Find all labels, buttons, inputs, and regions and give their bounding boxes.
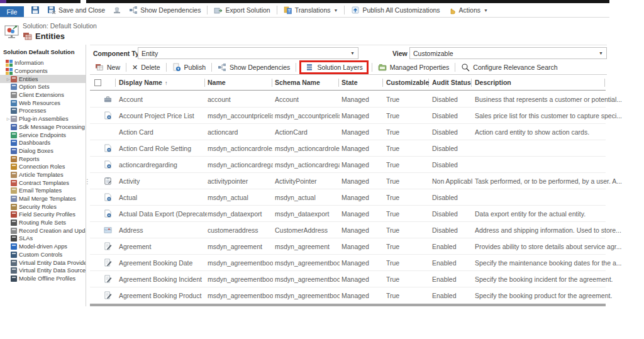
sidebar-item-mail-merge-templates[interactable]: Mail Merge Templates [0, 195, 86, 203]
sidebar-item-contract-templates[interactable]: Contract Templates [0, 179, 86, 187]
table-row[interactable]: Actual Data Export (Deprecated)msdyn_dat… [90, 206, 606, 222]
column-header-state[interactable]: State [341, 79, 358, 86]
cell-description: Provides ability to store details about … [475, 243, 621, 250]
table-row[interactable]: Action CardactioncardActionCardManagedTr… [90, 124, 606, 140]
cell-audit-status: Enabled [432, 275, 472, 283]
show-dependencies-button[interactable]: Show Dependencies [126, 4, 204, 16]
sidebar-item-field-security-profiles[interactable]: Field Security Profiles [0, 211, 86, 219]
sidebar-item-model-driven-apps[interactable]: Model-driven Apps [0, 243, 86, 251]
sidebar-item-processes[interactable]: Processes [0, 107, 86, 115]
horizontal-scrollbar[interactable] [90, 304, 606, 306]
column-header-name[interactable]: Name [208, 79, 226, 86]
sidebar-item-service-endpoints[interactable]: Service Endpoints [0, 131, 86, 139]
solution-layers-button[interactable]: Solution Layers [299, 60, 368, 74]
delete-button[interactable]: ✕Delete [128, 62, 164, 72]
save-button[interactable] [28, 4, 43, 16]
solution-label: Solution: Default Solution [23, 22, 97, 30]
sidebar-item-connection-roles[interactable]: Connection Roles [0, 163, 86, 171]
cell-schema-name: msdyn_agreementboo... [275, 292, 340, 299]
sidebar-item-label: Routing Rule Sets [19, 220, 66, 226]
cell-display-name: Account Project Price List [119, 112, 207, 119]
sidebar-item-option-sets[interactable]: Option Sets [0, 83, 86, 91]
sidebar-item-custom-controls[interactable]: Custom Controls [0, 251, 86, 259]
entity-type-icon [104, 258, 112, 267]
table-row[interactable]: AddresscustomeraddressCustomerAddressMan… [90, 222, 606, 238]
sidebar-item-routing-rule-sets[interactable]: Routing Rule Sets [0, 219, 86, 227]
sidebar-item-dashboards[interactable]: Dashboards [0, 139, 86, 147]
sidebar-item-label: Virtual Entity Data Sources [19, 267, 86, 274]
table-row[interactable]: Agreement Booking Productmsdyn_agreement… [90, 287, 606, 304]
table-row[interactable]: ActivityactivitypointerActivityPointerMa… [90, 173, 606, 189]
translations-icon [284, 6, 292, 14]
sidebar-item-security-roles[interactable]: Security Roles [0, 203, 86, 211]
sidebar-item-client-extensions[interactable]: Client Extensions [0, 91, 86, 99]
sidebar-item-mobile-offline-profiles[interactable]: Mobile Offline Profiles [0, 275, 86, 283]
table-row[interactable]: AccountaccountAccountManagedTrueDisabled… [90, 91, 606, 108]
cell-state: Managed [341, 177, 383, 185]
cell-customizable: True [386, 128, 429, 136]
entity-type-icon [104, 144, 112, 152]
cell-audit-status: Disabled [432, 145, 472, 152]
save-and-close-button[interactable]: Save and Close [44, 4, 108, 16]
sidebar-item-virtual-entity-data-sources[interactable]: Virtual Entity Data Sources [0, 267, 86, 275]
column-separator [272, 79, 272, 87]
table-row[interactable]: Actualmsdyn_actualmsdyn_actualManagedTru… [90, 189, 606, 206]
export-solution-button[interactable]: Export Solution [211, 4, 273, 16]
sidebar-item-label: Article Templates [19, 172, 64, 178]
publish-button[interactable]: Publish [169, 62, 209, 73]
toolbar-item-label: Show Dependencies [140, 6, 201, 14]
sidebar-item-reports[interactable]: Reports [0, 155, 86, 163]
sidebar-item-plug-in-assemblies[interactable]: ▷Plug-in Assemblies [0, 115, 86, 123]
column-header-schema-name[interactable]: Schema Name [275, 79, 320, 86]
publish-all-customizations-button[interactable]: Publish All Customizations [348, 4, 443, 16]
sidebar-item-article-templates[interactable]: Article Templates [0, 171, 86, 179]
sidebar-item-email-templates[interactable]: Email Templates [0, 187, 86, 195]
select-all-checkbox[interactable] [94, 79, 101, 86]
column-header-description[interactable]: Description [475, 79, 511, 86]
column-separator [204, 79, 205, 87]
table-row[interactable]: Agreement Booking Datemsdyn_agreementboo… [90, 255, 606, 271]
table-row[interactable]: Account Project Price Listmsdyn_accountp… [90, 108, 606, 124]
sidebar-item-label: SLAs [19, 235, 33, 242]
table-row[interactable]: Agreementmsdyn_agreementmsdyn_agreementM… [90, 238, 606, 255]
toolbar-item-label: Publish All Customizations [362, 6, 440, 14]
cell-display-name: Address [119, 226, 207, 234]
new-button[interactable]: New [91, 62, 124, 73]
actions-menu[interactable]: Actions▼ [445, 4, 491, 16]
sidebar-item-label: Custom Controls [19, 252, 62, 258]
show-dependencies-grid-button[interactable]: Show Dependencies [214, 62, 294, 73]
sidebar-item-label: Mobile Offline Profiles [19, 275, 75, 282]
expander-icon[interactable]: ▷ [6, 77, 11, 82]
column-header-customizable[interactable]: Customizable [386, 79, 429, 86]
table-row[interactable]: Action Card Role Settingmsdyn_actioncard… [90, 140, 606, 157]
cell-name: msdyn_accountpricelist [208, 112, 273, 119]
expander-icon[interactable]: ▷ [6, 116, 11, 121]
file-tab[interactable]: File [0, 6, 24, 17]
configure-relevance-search-button[interactable]: Configure Relevance Search [457, 62, 561, 73]
sidebar-item-virtual-entity-data-providers[interactable]: Virtual Entity Data Providers [0, 258, 86, 267]
cell-name: msdyn_agreementboo... [208, 275, 273, 283]
column-header-audit-status[interactable]: Audit Status [432, 79, 471, 86]
sidebar-item-slas[interactable]: SLAs [0, 235, 86, 243]
toolbar-item-label: Translations [295, 6, 331, 14]
sidebar-item-label: Client Extensions [19, 92, 64, 98]
translations-menu[interactable]: Translations▼ [280, 4, 341, 16]
view-dropdown[interactable]: Customizable ▼ [409, 47, 607, 59]
column-header-display-name[interactable]: Display Name↑ [119, 79, 167, 86]
sidebar-item-dialog-boxes[interactable]: Dialog Boxes [0, 147, 86, 155]
table-row[interactable]: Agreement Booking Incidentmsdyn_agreemen… [90, 271, 606, 287]
stamp-button[interactable] [109, 4, 125, 16]
cell-customizable: True [386, 210, 429, 218]
chevron-down-icon: ▼ [599, 51, 603, 55]
component-type-dropdown[interactable]: Entity ▼ [138, 47, 358, 59]
sidebar-item-web-resources[interactable]: Web Resources [0, 99, 86, 107]
cell-state: Managed [341, 243, 383, 250]
sidebar-item-entities[interactable]: ▷Entities [0, 75, 86, 83]
tree-item-icon [11, 140, 17, 146]
table-row[interactable]: actioncardregardingmsdyn_actioncardrega.… [90, 157, 606, 173]
sidebar-item-record-creation-and-upda[interactable]: Record Creation and Upda... [0, 226, 86, 235]
managed-properties-button[interactable]: Managed Properties [374, 62, 453, 73]
sidebar-item-sdk-message-processing-st[interactable]: Sdk Message Processing St... [0, 123, 86, 131]
sidebar-item-components[interactable]: Components [0, 67, 86, 75]
sidebar-item-information[interactable]: Information [0, 59, 86, 67]
